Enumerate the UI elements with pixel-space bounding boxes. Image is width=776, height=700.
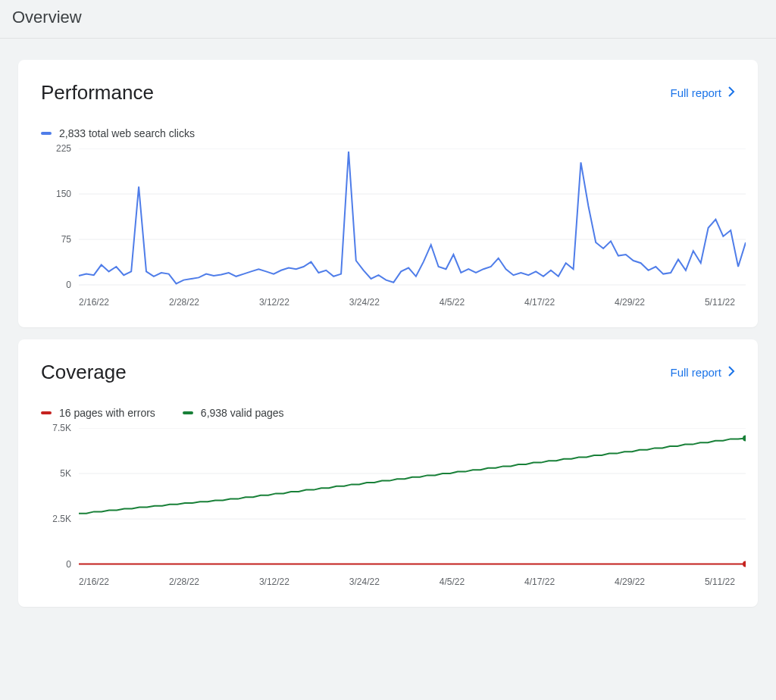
coverage-card: Coverage Full report 16 pages with error… — [18, 339, 758, 607]
x-tick-label: 2/28/22 — [169, 577, 199, 587]
performance-title: Performance — [41, 81, 154, 105]
coverage-chart: 02.5K5K7.5K 2/16/222/28/223/12/223/24/22… — [41, 428, 735, 589]
performance-card-head: Performance Full report — [41, 81, 735, 105]
legend-chip-red — [41, 411, 52, 414]
y-tick-label: 150 — [56, 189, 71, 199]
x-axis-ticks: 2/16/222/28/223/12/223/24/224/5/224/17/2… — [79, 577, 735, 587]
x-tick-label: 4/5/22 — [440, 577, 465, 587]
x-tick-label: 3/24/22 — [349, 577, 380, 587]
chart-svg — [41, 428, 746, 567]
y-tick-label: 5K — [60, 468, 71, 479]
legend-item-errors[interactable]: 16 pages with errors — [41, 407, 155, 419]
x-tick-label: 5/11/22 — [705, 577, 735, 587]
x-tick-label: 4/29/22 — [615, 577, 645, 587]
y-tick-label: 225 — [56, 143, 71, 154]
svg-point-8 — [743, 561, 746, 567]
legend-item-valid[interactable]: 6,938 valid pages — [183, 407, 284, 419]
legend-label-clicks: 2,833 total web search clicks — [59, 127, 195, 139]
performance-legend: 2,833 total web search clicks — [41, 127, 735, 139]
x-tick-label: 4/29/22 — [615, 297, 645, 308]
x-tick-label: 4/17/22 — [524, 297, 555, 308]
coverage-legend: 16 pages with errors 6,938 valid pages — [41, 407, 735, 419]
page-title: Overview — [12, 8, 764, 27]
legend-item-clicks[interactable]: 2,833 total web search clicks — [41, 127, 195, 139]
performance-full-report-link[interactable]: Full report — [670, 86, 735, 99]
coverage-card-head: Coverage Full report — [41, 361, 735, 384]
legend-chip-green — [183, 411, 193, 414]
full-report-label: Full report — [670, 366, 721, 379]
x-tick-label: 5/11/22 — [705, 297, 735, 308]
x-axis-ticks: 2/16/222/28/223/12/223/24/224/5/224/17/2… — [79, 297, 735, 308]
legend-label-valid: 6,938 valid pages — [201, 407, 284, 419]
performance-card: Performance Full report 2,833 total web … — [18, 60, 758, 327]
legend-label-errors: 16 pages with errors — [59, 407, 155, 419]
x-tick-label: 3/12/22 — [259, 297, 289, 308]
chevron-right-icon — [728, 86, 735, 99]
chevron-right-icon — [728, 366, 735, 379]
legend-chip-blue — [41, 132, 52, 135]
x-tick-label: 2/16/22 — [79, 297, 109, 308]
chart-svg — [41, 148, 746, 288]
x-tick-label: 2/16/22 — [79, 577, 109, 587]
x-tick-label: 3/24/22 — [349, 297, 380, 308]
page-header: Overview — [0, 0, 776, 39]
performance-chart: 075150225 2/16/222/28/223/12/223/24/224/… — [41, 148, 735, 309]
x-tick-label: 4/17/22 — [524, 577, 555, 587]
coverage-full-report-link[interactable]: Full report — [670, 366, 735, 379]
y-tick-label: 0 — [66, 559, 71, 570]
coverage-title: Coverage — [41, 361, 127, 384]
y-tick-label: 0 — [66, 280, 71, 290]
cards-container: Performance Full report 2,833 total web … — [0, 39, 776, 628]
y-tick-label: 7.5K — [52, 423, 71, 433]
x-tick-label: 4/5/22 — [440, 297, 465, 308]
y-tick-label: 2.5K — [52, 514, 71, 524]
y-tick-label: 75 — [61, 234, 71, 245]
svg-point-9 — [743, 436, 746, 442]
x-tick-label: 3/12/22 — [259, 577, 289, 587]
full-report-label: Full report — [670, 86, 721, 99]
x-tick-label: 2/28/22 — [169, 297, 199, 308]
